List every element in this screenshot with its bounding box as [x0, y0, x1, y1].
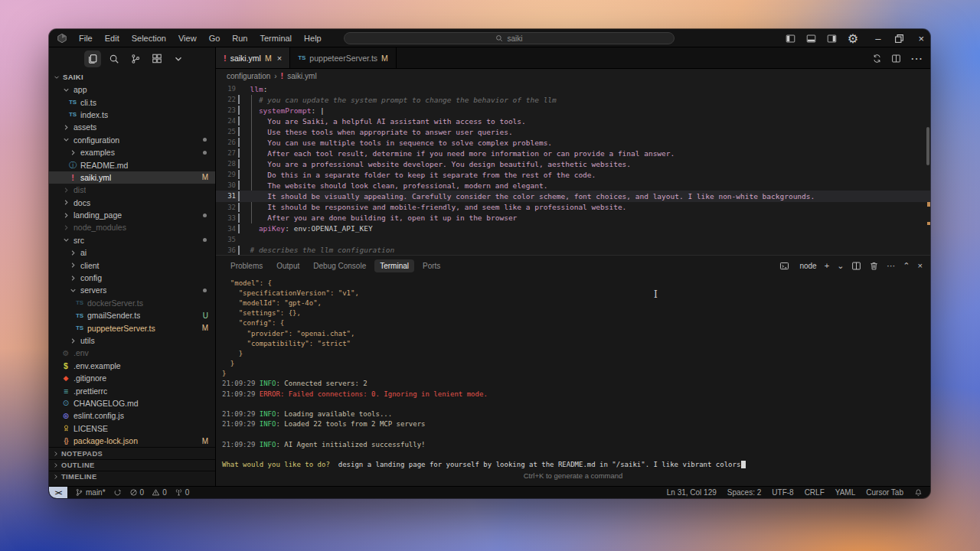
- more-actions-icon[interactable]: ⋯: [910, 51, 923, 66]
- menu-go[interactable]: Go: [204, 32, 226, 44]
- toggle-panel-icon[interactable]: [806, 34, 816, 44]
- terminal[interactable]: I "model": { "specificationVersion": "v1…: [216, 276, 930, 469]
- window-close-button[interactable]: ×: [918, 33, 924, 44]
- explorer-item-servers[interactable]: servers: [49, 284, 215, 296]
- panel-more-icon[interactable]: ⋯: [887, 261, 895, 271]
- editor-tab-saiki-yml[interactable]: !saiki.ymlM×: [216, 47, 290, 68]
- editor-line-32[interactable]: 32 It should be responsive and mobile-fr…: [216, 202, 930, 213]
- panel-tab-debug-console[interactable]: Debug Console: [308, 259, 371, 272]
- explorer-item-package-lock-json[interactable]: {}package-lock.jsonM: [49, 435, 215, 447]
- menu-edit[interactable]: Edit: [100, 32, 125, 44]
- explorer-item-license[interactable]: LICENSE: [49, 422, 215, 435]
- explorer-item-gmailsender-ts[interactable]: TSgmailSender.tsU: [49, 309, 215, 321]
- breadcrumb-file[interactable]: saiki.yml: [287, 72, 316, 80]
- status-crlf[interactable]: CRLF: [805, 488, 825, 497]
- editor-line-19[interactable]: 19 llm:: [216, 83, 930, 94]
- panel-tab-problems[interactable]: Problems: [225, 259, 268, 272]
- explorer-item-changelog-md[interactable]: ⊙CHANGELOG.md: [49, 397, 215, 409]
- shell-label[interactable]: node: [799, 262, 816, 270]
- panel-tab-output[interactable]: Output: [271, 259, 305, 272]
- editor-line-33[interactable]: 33 After you are done building it, open …: [216, 213, 930, 223]
- explorer-item-node-modules[interactable]: node_modules: [49, 221, 215, 233]
- editor-line-27[interactable]: 27 After each tool result, determine if …: [216, 148, 930, 158]
- status-tower[interactable]: 0: [175, 488, 190, 497]
- status-bell[interactable]: [914, 488, 923, 497]
- breadcrumb[interactable]: configuration › ! saiki.yml: [216, 69, 930, 83]
- explorer-item-eslint-config-js[interactable]: ⊛eslint.config.js: [49, 409, 215, 422]
- code-editor[interactable]: 19 llm:22 # you can update the system pr…: [216, 83, 930, 255]
- activity-search[interactable]: [106, 51, 122, 67]
- settings-gear-icon[interactable]: ⚙: [848, 31, 858, 46]
- explorer-item-gitignore[interactable]: ◆.gitignore: [49, 372, 215, 384]
- sidebar-section-timeline[interactable]: TIMELINE: [49, 471, 215, 482]
- editor-line-25[interactable]: 25 Use these tools when appropriate to a…: [216, 126, 930, 137]
- trash-icon[interactable]: [869, 261, 879, 271]
- sidebar-section-notepads[interactable]: NOTEPADS: [49, 447, 215, 458]
- explorer-item-prettierrc[interactable]: ≡.prettierrc: [49, 384, 215, 396]
- explorer-item-ai[interactable]: ai: [49, 246, 215, 259]
- panel-maximize-icon[interactable]: ⌃: [903, 261, 910, 271]
- command-center-search[interactable]: saiki: [344, 32, 675, 44]
- window-restore-button[interactable]: [894, 33, 904, 44]
- editor-line-22[interactable]: 22 # you can update the system prompt to…: [216, 94, 930, 105]
- explorer-item-saiki-yml[interactable]: !saiki.ymlM: [49, 171, 215, 184]
- editor-line-34[interactable]: 34 apiKey: env:OPENAI_API_KEY: [216, 223, 930, 234]
- explorer-item-cli-ts[interactable]: TScli.ts: [49, 96, 215, 108]
- remote-indicator[interactable]: ><: [49, 487, 67, 499]
- panel-tab-ports[interactable]: Ports: [417, 259, 446, 272]
- menu-help[interactable]: Help: [299, 32, 327, 44]
- menu-file[interactable]: File: [74, 32, 98, 44]
- status-cursor-tab[interactable]: Cursor Tab: [866, 488, 903, 497]
- new-terminal-icon[interactable]: +: [825, 261, 829, 270]
- explorer-item-env[interactable]: ⚙.env: [49, 347, 215, 359]
- explorer-item-docs[interactable]: docs: [49, 197, 215, 209]
- explorer-item-dist[interactable]: dist: [49, 184, 215, 196]
- status-utf-8[interactable]: UTF-8: [772, 488, 793, 497]
- breadcrumb-folder[interactable]: configuration: [227, 72, 270, 80]
- explorer-item-src[interactable]: src: [49, 234, 215, 246]
- explorer-item-configuration[interactable]: configuration: [49, 134, 215, 146]
- menu-run[interactable]: Run: [227, 32, 253, 44]
- explorer-item-utils[interactable]: utils: [49, 334, 215, 347]
- compare-changes-icon[interactable]: [872, 54, 882, 64]
- explorer-item-assets[interactable]: assets: [49, 121, 215, 133]
- split-editor-icon[interactable]: [891, 54, 901, 64]
- menu-selection[interactable]: Selection: [126, 32, 172, 44]
- editor-line-26[interactable]: 26 You can use multiple tools in sequenc…: [216, 137, 930, 148]
- split-icon[interactable]: [851, 261, 861, 271]
- explorer-item-readme-md[interactable]: ⓘREADME.md: [49, 158, 215, 171]
- status-branch[interactable]: main*: [75, 488, 106, 497]
- explorer-item-client[interactable]: client: [49, 259, 215, 271]
- editor-line-29[interactable]: 29 Do this in a separate folder to keep …: [216, 169, 930, 180]
- explorer-item-dockerserver-ts[interactable]: TSdockerServer.ts: [49, 297, 215, 309]
- editor-line-23[interactable]: 23 systemPrompt: |: [216, 105, 930, 116]
- explorer-item-examples[interactable]: examples: [49, 146, 215, 158]
- status-warning[interactable]: 0: [152, 488, 167, 497]
- editor-line-31[interactable]: 31 It should be visually appealing. Care…: [216, 191, 930, 201]
- activity-chevron-down[interactable]: [170, 51, 187, 67]
- editor-line-28[interactable]: 28 You are a professional website develo…: [216, 158, 930, 169]
- editor-line-30[interactable]: 30 The website should look clean, profes…: [216, 180, 930, 191]
- explorer-item-env-example[interactable]: $.env.example: [49, 360, 215, 372]
- window-minimize-button[interactable]: –: [875, 33, 880, 44]
- status-sync[interactable]: [113, 488, 122, 497]
- explorer-item-index-ts[interactable]: TSindex.ts: [49, 109, 215, 121]
- explorer-item-puppeteerserver-ts[interactable]: TSpuppeteerServer.tsM: [49, 321, 215, 334]
- status-ln-31-col-129[interactable]: Ln 31, Col 129: [667, 488, 717, 497]
- toggle-sidebar-icon[interactable]: [786, 34, 795, 44]
- explorer-item-app[interactable]: app: [49, 83, 215, 96]
- panel-tab-terminal[interactable]: Terminal: [374, 259, 414, 272]
- sidebar-section-outline[interactable]: OUTLINE: [49, 459, 215, 471]
- explorer-item-config[interactable]: config: [49, 272, 215, 284]
- editor-line-36[interactable]: 36 # describes the llm configuration: [216, 245, 930, 255]
- tab-close-icon[interactable]: ×: [277, 54, 282, 63]
- menu-view[interactable]: View: [173, 32, 202, 44]
- toggle-secondary-sidebar-icon[interactable]: [827, 34, 837, 44]
- status-spaces-2[interactable]: Spaces: 2: [727, 488, 761, 497]
- explorer-item-landing-page[interactable]: landing_page: [49, 209, 215, 221]
- editor-tab-puppeteerserver-ts[interactable]: TSpuppeteerServer.tsM: [290, 47, 397, 68]
- new-terminal-dropdown-icon[interactable]: ⌄: [837, 261, 844, 271]
- activity-source-control[interactable]: [127, 51, 144, 67]
- activity-files[interactable]: [84, 51, 101, 67]
- activity-extensions[interactable]: [149, 51, 165, 67]
